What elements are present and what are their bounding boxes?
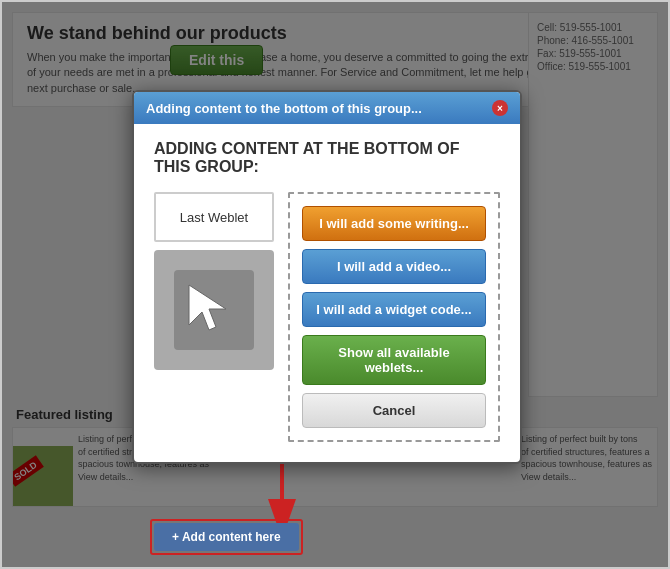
last-weblet-area: Last Weblet	[154, 192, 274, 442]
last-weblet-box: Last Weblet	[154, 192, 274, 242]
page-container: We stand behind our products When you ma…	[0, 0, 670, 569]
modal-header: Adding content to the bottom of this gro…	[134, 92, 520, 124]
show-weblets-button[interactable]: Show all available weblets...	[302, 335, 486, 385]
add-widget-button[interactable]: I will add a widget code...	[302, 292, 486, 327]
buttons-area: I will add some writing... I will add a …	[288, 192, 500, 442]
modal-close-button[interactable]: ×	[492, 100, 508, 116]
weblet-icon-inner	[174, 270, 254, 350]
add-content-button[interactable]: + Add content here	[154, 523, 299, 551]
modal-content-area: Last Weblet I will add some wr	[154, 192, 500, 442]
modal-body: Adding content at the BOTTOM of this gro…	[134, 124, 520, 462]
weblet-icon-box	[154, 250, 274, 370]
svg-marker-2	[189, 285, 226, 330]
add-content-outline: + Add content here	[150, 519, 303, 555]
modal-header-title: Adding content to the bottom of this gro…	[146, 101, 422, 116]
modal-dialog: Adding content to the bottom of this gro…	[132, 90, 522, 464]
add-video-button[interactable]: I will add a video...	[302, 249, 486, 284]
cancel-button[interactable]: Cancel	[302, 393, 486, 428]
modal-body-title: Adding content at the BOTTOM of this gro…	[154, 140, 500, 176]
add-writing-button[interactable]: I will add some writing...	[302, 206, 486, 241]
cursor-icon	[184, 280, 244, 340]
